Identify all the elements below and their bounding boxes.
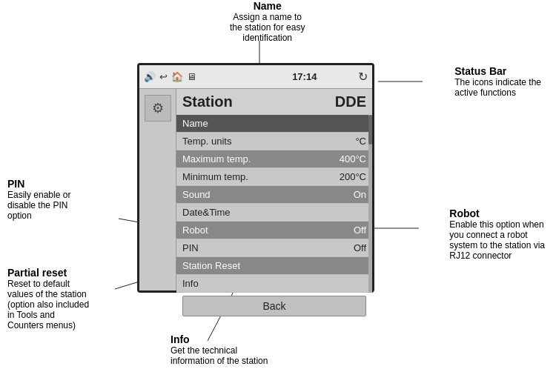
annotation-name: Name Assign a name tothe station for eas… bbox=[230, 0, 305, 43]
menu-item-robot-label: Robot bbox=[182, 225, 208, 236]
menu-item-max-temp-label: Maximum temp. bbox=[182, 153, 251, 165]
menu-item-name[interactable]: Name bbox=[176, 115, 372, 133]
menu-item-datetime-label: Date&Time bbox=[182, 207, 231, 218]
annotation-partial-reset: Partial reset Reset to defaultvalues of … bbox=[7, 267, 89, 330]
device-frame: 🔊 ↩ 🏠 🖥 17:14 ↻ ⚙ Station DDE bbox=[137, 63, 374, 293]
menu-item-station-reset[interactable]: Station Reset bbox=[176, 257, 372, 275]
annotation-robot: Robot Enable this option whenyou connect… bbox=[449, 207, 545, 261]
menu-item-temp-units-value: °C bbox=[355, 136, 366, 147]
sound-icon: 🔊 bbox=[144, 71, 156, 82]
menu-item-min-temp-value: 200°C bbox=[340, 171, 366, 182]
status-icons: 🔊 ↩ 🏠 🖥 bbox=[144, 71, 251, 82]
menu-item-info[interactable]: Info bbox=[176, 275, 372, 293]
screen-content: ⚙ Station DDE Name Temp. unit bbox=[139, 89, 372, 290]
menu-item-pin[interactable]: PIN Off bbox=[176, 239, 372, 257]
menu-item-datetime[interactable]: Date&Time bbox=[176, 204, 372, 222]
menu-item-min-temp[interactable]: Minimum temp. 200°C bbox=[176, 168, 372, 186]
menu-item-pin-value: Off bbox=[354, 242, 366, 253]
menu-item-sound-label: Sound bbox=[182, 189, 211, 200]
screen-header: Station DDE bbox=[176, 89, 372, 115]
annotation-partial-reset-title: Partial reset bbox=[7, 267, 89, 279]
menu-item-max-temp-value: 400°C bbox=[340, 153, 366, 165]
scrollbar-thumb[interactable] bbox=[368, 115, 372, 144]
annotation-info-desc: Get the technicalinformation of the stat… bbox=[171, 345, 268, 366]
menu-item-max-temp[interactable]: Maximum temp. 400°C bbox=[176, 150, 372, 168]
menu-item-pin-label: PIN bbox=[182, 242, 199, 253]
annotation-pin-title: PIN bbox=[7, 178, 70, 190]
menu-item-temp-units-label: Temp. units bbox=[182, 136, 231, 147]
screen-subtitle: DDE bbox=[335, 93, 366, 110]
scrollbar[interactable] bbox=[368, 115, 372, 293]
menu-item-station-reset-label: Station Reset bbox=[182, 260, 240, 271]
menu-item-robot-value: Off bbox=[354, 225, 366, 236]
menu-list-container: Name Temp. units °C Maximum temp. 400°C bbox=[176, 115, 372, 293]
annotation-robot-desc: Enable this option whenyou connect a rob… bbox=[449, 219, 545, 261]
menu-list: Name Temp. units °C Maximum temp. 400°C bbox=[176, 115, 372, 293]
menu-item-robot[interactable]: Robot Off bbox=[176, 222, 372, 239]
refresh-icon[interactable]: ↻ bbox=[358, 70, 368, 84]
annotation-info-title: Info bbox=[171, 333, 268, 345]
annotation-name-title: Name bbox=[230, 0, 305, 12]
annotation-statusbar: Status Bar The icons indicate theactive … bbox=[454, 65, 541, 98]
back-icon: ↩ bbox=[159, 71, 168, 82]
annotation-robot-title: Robot bbox=[449, 207, 545, 219]
annotation-pin-desc: Easily enable ordisable the PINoption bbox=[7, 190, 70, 221]
menu-item-min-temp-label: Minimum temp. bbox=[182, 171, 248, 182]
annotation-pin: PIN Easily enable ordisable the PINoptio… bbox=[7, 178, 70, 221]
menu-item-temp-units[interactable]: Temp. units °C bbox=[176, 133, 372, 150]
status-bar: 🔊 ↩ 🏠 🖥 17:14 ↻ bbox=[139, 65, 372, 89]
home-icon: 🏠 bbox=[171, 71, 183, 82]
annotation-partial-reset-desc: Reset to defaultvalues of the station(op… bbox=[7, 279, 89, 330]
settings-icon: ⚙ bbox=[145, 95, 171, 122]
menu-item-sound[interactable]: Sound On bbox=[176, 186, 372, 204]
back-button[interactable]: Back bbox=[182, 296, 366, 316]
status-time: 17:14 bbox=[251, 71, 359, 82]
main-area: Station DDE Name Temp. units °C bbox=[176, 89, 372, 290]
menu-item-sound-value: On bbox=[354, 189, 366, 200]
screen-title: Station bbox=[182, 93, 335, 110]
monitor-icon: 🖥 bbox=[187, 71, 196, 82]
annotation-info: Info Get the technicalinformation of the… bbox=[171, 333, 268, 366]
sidebar: ⚙ bbox=[139, 89, 176, 290]
menu-item-info-label: Info bbox=[182, 278, 199, 289]
annotation-name-desc: Assign a name tothe station for easyiden… bbox=[230, 12, 305, 43]
annotation-statusbar-title: Status Bar bbox=[454, 65, 541, 77]
annotation-statusbar-desc: The icons indicate theactive functions bbox=[454, 77, 541, 98]
menu-item-name-label: Name bbox=[182, 118, 208, 129]
